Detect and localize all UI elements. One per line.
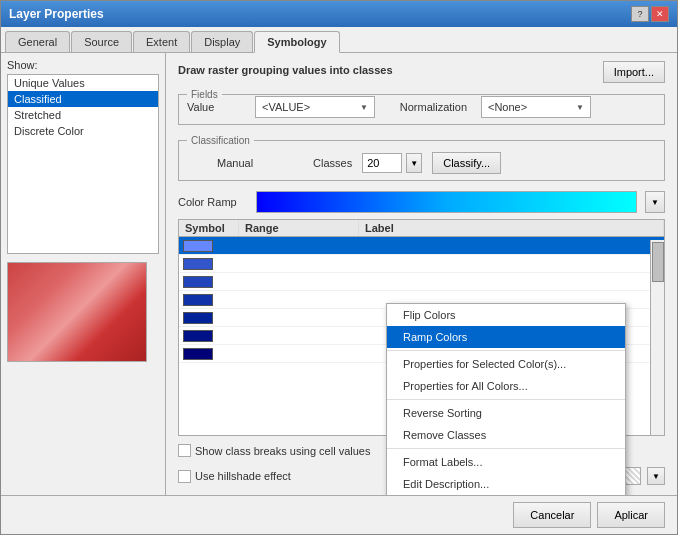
title-bar-buttons: ? ✕	[631, 6, 669, 22]
color-swatch	[183, 240, 213, 252]
tab-extent[interactable]: Extent	[133, 31, 190, 52]
table-scrollbar[interactable]	[650, 240, 664, 435]
ctx-properties-all[interactable]: Properties for All Colors...	[387, 375, 625, 397]
color-swatch	[183, 348, 213, 360]
classes-label: Classes	[313, 157, 352, 169]
classes-input[interactable]	[362, 153, 402, 173]
ctx-edit-description[interactable]: Edit Description...	[387, 473, 625, 495]
tab-symbology[interactable]: Symbology	[254, 31, 339, 53]
cell-range	[239, 281, 359, 283]
cell-symbol	[179, 275, 239, 289]
sidebar-item-unique-values[interactable]: Unique Values	[8, 75, 158, 91]
ctx-reverse-sorting[interactable]: Reverse Sorting	[387, 402, 625, 424]
value-dropdown-value: <VALUE>	[262, 101, 310, 113]
color-swatch	[183, 330, 213, 342]
ctx-separator-3	[387, 448, 625, 449]
scrollbar-thumb[interactable]	[652, 242, 664, 282]
main-content: Show: Unique Values Classified Stretched…	[1, 53, 677, 495]
ctx-format-labels[interactable]: Format Labels...	[387, 451, 625, 473]
value-dropdown-arrow: ▼	[360, 103, 368, 112]
col-symbol-header: Symbol	[179, 220, 239, 236]
norm-dropdown[interactable]: <None> ▼	[481, 96, 591, 118]
value-dropdown[interactable]: <VALUE> ▼	[255, 96, 375, 118]
cell-label	[359, 281, 664, 283]
norm-dropdown-value: <None>	[488, 101, 527, 113]
classification-group: Classification Manual Classes ▼ Classify…	[178, 135, 665, 181]
preview-box	[7, 262, 147, 362]
tab-general[interactable]: General	[5, 31, 70, 52]
norm-dropdown-arrow: ▼	[576, 103, 584, 112]
cell-range	[239, 317, 359, 319]
right-panel: Draw raster grouping values into classes…	[166, 53, 677, 495]
cell-label	[359, 245, 664, 247]
col-label-header: Label	[359, 220, 664, 236]
classes-dropdown-arrow[interactable]: ▼	[406, 153, 422, 173]
close-button[interactable]: ✕	[651, 6, 669, 22]
section-title: Draw raster grouping values into classes	[178, 64, 393, 76]
color-ramp-row: Color Ramp ▼	[178, 191, 665, 213]
use-hillshade-row: Use hillshade effect	[178, 470, 291, 483]
nodata-dropdown-arrow[interactable]: ▼	[647, 467, 665, 485]
cell-label	[359, 299, 664, 301]
window: Layer Properties ? ✕ General Source Exte…	[0, 0, 678, 535]
cell-label	[359, 263, 664, 265]
show-class-row: Show class breaks using cell values	[178, 444, 370, 457]
col-range-header: Range	[239, 220, 359, 236]
color-ramp-arrow[interactable]: ▼	[645, 191, 665, 213]
value-label: Value	[187, 101, 247, 113]
cell-symbol	[179, 239, 239, 253]
window-title: Layer Properties	[9, 7, 104, 21]
cell-symbol	[179, 347, 239, 361]
classes-input-wrapper: ▼	[362, 153, 422, 173]
ctx-separator-2	[387, 399, 625, 400]
tab-display[interactable]: Display	[191, 31, 253, 52]
title-bar: Layer Properties ? ✕	[1, 1, 677, 27]
class-method: Manual	[217, 157, 253, 169]
table-header: Symbol Range Label	[179, 220, 664, 237]
tab-bar: General Source Extent Display Symbology	[1, 27, 677, 53]
color-ramp-display	[256, 191, 637, 213]
ctx-ramp-colors[interactable]: Ramp Colors	[387, 326, 625, 348]
cell-symbol	[179, 293, 239, 307]
sidebar-item-classified[interactable]: Classified	[8, 91, 158, 107]
show-class-label: Show class breaks using cell values	[195, 445, 370, 457]
show-class-checkbox[interactable]	[178, 444, 191, 457]
cell-symbol	[179, 329, 239, 343]
show-list: Unique Values Classified Stretched Discr…	[7, 74, 159, 254]
use-hillshade-checkbox[interactable]	[178, 470, 191, 483]
help-button[interactable]: ?	[631, 6, 649, 22]
preview-image	[8, 263, 146, 361]
classify-button[interactable]: Classify...	[432, 152, 501, 174]
use-hillshade-label: Use hillshade effect	[195, 470, 291, 482]
tab-source[interactable]: Source	[71, 31, 132, 52]
fields-group: Fields Value <VALUE> ▼ Normalization <No…	[178, 89, 665, 125]
norm-label: Normalization	[383, 101, 473, 113]
show-label: Show:	[7, 59, 159, 71]
table-row[interactable]	[179, 273, 664, 291]
ctx-properties-selected[interactable]: Properties for Selected Color(s)...	[387, 353, 625, 375]
footer: Cancelar Aplicar	[1, 495, 677, 534]
cell-range	[239, 245, 359, 247]
context-menu: Flip Colors Ramp Colors Properties for S…	[386, 303, 626, 495]
cell-range	[239, 299, 359, 301]
import-button[interactable]: Import...	[603, 61, 665, 83]
table-row[interactable]	[179, 255, 664, 273]
classification-legend: Classification	[187, 135, 254, 146]
color-swatch	[183, 258, 213, 270]
fields-legend: Fields	[187, 89, 222, 100]
cell-symbol	[179, 257, 239, 271]
cell-range	[239, 353, 359, 355]
color-swatch	[183, 294, 213, 306]
cancel-button[interactable]: Cancelar	[513, 502, 591, 528]
ctx-remove-classes[interactable]: Remove Classes	[387, 424, 625, 446]
cell-symbol	[179, 311, 239, 325]
field-row: Value <VALUE> ▼ Normalization <None> ▼	[187, 96, 656, 118]
ctx-flip-colors[interactable]: Flip Colors	[387, 304, 625, 326]
ctx-separator-1	[387, 350, 625, 351]
apply-button[interactable]: Aplicar	[597, 502, 665, 528]
sidebar-item-discrete-color[interactable]: Discrete Color	[8, 123, 158, 139]
color-swatch	[183, 276, 213, 288]
table-row[interactable]	[179, 237, 664, 255]
sidebar-item-stretched[interactable]: Stretched	[8, 107, 158, 123]
cell-range	[239, 263, 359, 265]
